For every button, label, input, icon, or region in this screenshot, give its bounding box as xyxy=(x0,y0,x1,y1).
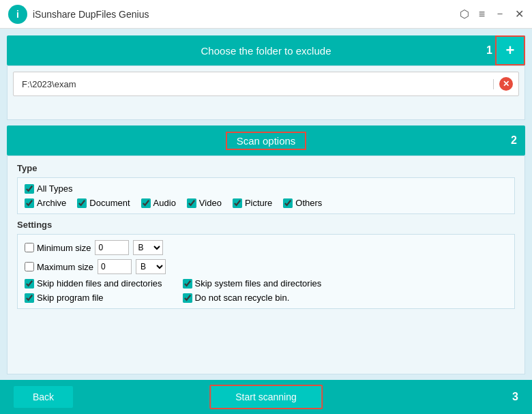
exclude-panel: F:\2023\exam ✕ xyxy=(7,65,525,120)
folder-path: F:\2023\exam xyxy=(14,79,494,89)
audio-checkbox-item[interactable]: Audio xyxy=(141,198,176,208)
title-bar: i iSunshare DupFiles Genius ⬡ ≡ － ✕ xyxy=(0,0,532,29)
settings-two-col: Skip hidden files and directories Skip p… xyxy=(25,278,507,303)
scan-options-number: 2 xyxy=(511,134,517,147)
settings-col-left: Skip hidden files and directories Skip p… xyxy=(25,278,162,303)
audio-checkbox[interactable] xyxy=(141,198,151,208)
exclude-number: 1 xyxy=(486,44,492,57)
bottom-bar: Back Start scanning 3 xyxy=(0,380,532,414)
back-button[interactable]: Back xyxy=(14,386,73,408)
skip-program-checkbox-item[interactable]: Skip program file xyxy=(25,293,162,303)
settings-label: Settings xyxy=(17,220,515,230)
type-row-1: All Types xyxy=(25,183,507,194)
min-size-input[interactable] xyxy=(95,240,129,255)
skip-system-checkbox-item[interactable]: Skip system files and directories xyxy=(183,278,322,289)
start-scanning-button[interactable]: Start scanning xyxy=(209,385,323,409)
remove-folder-button[interactable]: ✕ xyxy=(494,77,518,91)
main-content: Choose the folder to exclude 1 + F:\2023… xyxy=(0,29,532,414)
min-size-checkbox-item[interactable]: Minimum size xyxy=(25,243,91,253)
skip-system-label: Skip system files and directories xyxy=(195,278,322,289)
remove-icon: ✕ xyxy=(499,77,513,91)
type-row-2: Archive Document Audio Video Picture xyxy=(25,198,507,208)
minimize-icon[interactable]: － xyxy=(494,7,505,21)
max-size-checkbox[interactable] xyxy=(25,262,34,271)
skip-program-label: Skip program file xyxy=(37,293,104,303)
picture-label: Picture xyxy=(245,198,272,208)
no-recycle-checkbox-item[interactable]: Do not scan recycle bin. xyxy=(183,293,322,303)
window-controls: ⬡ ≡ － ✕ xyxy=(460,7,524,21)
no-recycle-checkbox[interactable] xyxy=(183,293,192,303)
min-size-row: Minimum size B KB MB GB xyxy=(25,240,507,255)
type-label: Type xyxy=(17,163,515,173)
picture-checkbox[interactable] xyxy=(233,198,242,208)
skip-hidden-checkbox-item[interactable]: Skip hidden files and directories xyxy=(25,278,162,289)
no-recycle-label: Do not scan recycle bin. xyxy=(195,293,290,303)
max-size-label: Maximum size xyxy=(37,262,93,272)
others-checkbox[interactable] xyxy=(283,198,293,208)
folder-row: F:\2023\exam ✕ xyxy=(13,72,519,96)
max-size-row: Maximum size B KB MB GB xyxy=(25,259,507,274)
scan-options-header: Scan options 2 xyxy=(7,125,525,156)
others-checkbox-item[interactable]: Others xyxy=(283,198,322,208)
min-size-checkbox[interactable] xyxy=(25,243,34,252)
max-size-checkbox-item[interactable]: Maximum size xyxy=(25,262,93,272)
exclude-title: Choose the folder to exclude xyxy=(201,45,331,57)
max-size-input[interactable] xyxy=(98,259,132,274)
app-title: iSunshare DupFiles Genius xyxy=(33,9,460,20)
max-size-unit-select[interactable]: B KB MB GB xyxy=(136,259,166,274)
document-checkbox[interactable] xyxy=(77,198,87,208)
type-section: All Types Archive Document Audio xyxy=(17,177,515,214)
all-types-label: All Types xyxy=(37,183,73,194)
all-types-checkbox-item[interactable]: All Types xyxy=(25,183,73,194)
skip-program-checkbox[interactable] xyxy=(25,293,34,303)
archive-checkbox-item[interactable]: Archive xyxy=(25,198,66,208)
video-checkbox[interactable] xyxy=(187,198,196,208)
document-label: Document xyxy=(89,198,130,208)
share-icon[interactable]: ⬡ xyxy=(460,8,469,20)
exclude-section-header: Choose the folder to exclude 1 + xyxy=(7,35,525,65)
archive-label: Archive xyxy=(37,198,66,208)
min-size-label: Minimum size xyxy=(37,243,91,253)
menu-icon[interactable]: ≡ xyxy=(479,8,485,20)
others-label: Others xyxy=(295,198,322,208)
picture-checkbox-item[interactable]: Picture xyxy=(233,198,272,208)
scan-options-title: Scan options xyxy=(226,132,307,150)
audio-label: Audio xyxy=(153,198,176,208)
video-checkbox-item[interactable]: Video xyxy=(187,198,222,208)
skip-hidden-label: Skip hidden files and directories xyxy=(37,278,162,289)
document-checkbox-item[interactable]: Document xyxy=(77,198,130,208)
add-folder-button[interactable]: + xyxy=(495,35,525,65)
skip-hidden-checkbox[interactable] xyxy=(25,279,34,289)
options-body: Type All Types Archive Document xyxy=(7,156,525,374)
app-logo: i xyxy=(8,5,27,24)
skip-system-checkbox[interactable] xyxy=(183,279,192,289)
close-icon[interactable]: ✕ xyxy=(515,8,524,20)
bottom-number: 3 xyxy=(512,391,518,403)
settings-col-right: Skip system files and directories Do not… xyxy=(183,278,322,303)
min-size-unit-select[interactable]: B KB MB GB xyxy=(133,240,163,255)
video-label: Video xyxy=(199,198,222,208)
all-types-checkbox[interactable] xyxy=(25,184,34,194)
settings-section: Minimum size B KB MB GB Maximum size B xyxy=(17,234,515,309)
archive-checkbox[interactable] xyxy=(25,198,34,208)
